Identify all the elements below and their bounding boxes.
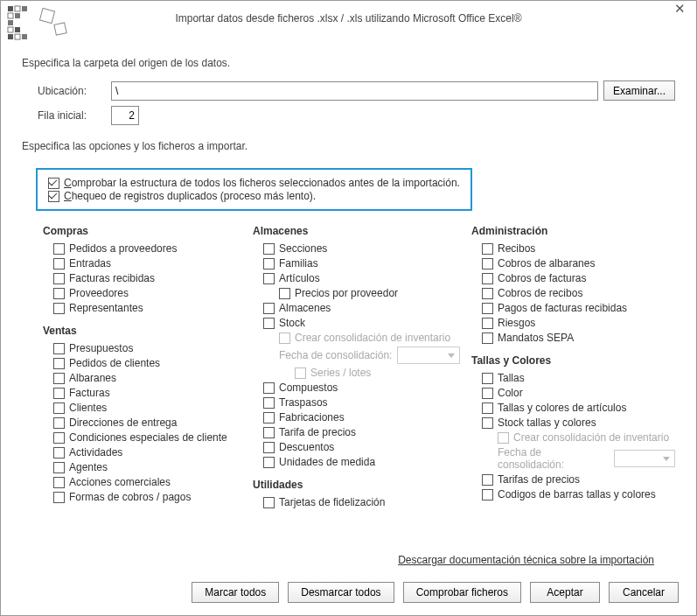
- section-source-label: Especifica la carpeta del origen de los …: [22, 57, 675, 69]
- startrow-input[interactable]: [111, 106, 139, 125]
- checkbox[interactable]: [482, 489, 493, 500]
- item-label: Formas de cobros / pagos: [69, 491, 191, 503]
- item-row: Representantes: [46, 302, 256, 314]
- checkbox[interactable]: [263, 442, 275, 453]
- item-row: Tallas y colores de artículos: [475, 402, 675, 414]
- browse-button[interactable]: Examinar...: [603, 80, 675, 101]
- date-combo-disabled: [614, 450, 675, 467]
- item-label: Albaranes: [69, 372, 116, 384]
- svg-rect-10: [22, 34, 27, 39]
- accept-button[interactable]: Aceptar: [530, 582, 600, 603]
- checkbox[interactable]: [53, 462, 65, 473]
- checkbox[interactable]: [53, 288, 65, 299]
- svg-rect-0: [8, 6, 13, 11]
- checkbox[interactable]: [482, 288, 493, 299]
- close-icon[interactable]: ✕: [666, 1, 693, 18]
- checkbox[interactable]: [263, 303, 275, 314]
- item-row: Mandatos SEPA: [475, 332, 675, 344]
- checkbox[interactable]: [482, 258, 493, 270]
- checkbox[interactable]: [482, 243, 493, 255]
- checkbox[interactable]: [482, 417, 493, 429]
- checkbox[interactable]: [53, 447, 65, 458]
- svg-rect-6: [8, 27, 13, 32]
- checkbox[interactable]: [482, 273, 493, 284]
- item-label-disabled: Crear consolidación de inventario: [295, 332, 450, 344]
- opt-check-duplicates: Chequeo de registros duplicados (proceso…: [48, 190, 460, 202]
- item-row: Cobros de recibos: [475, 287, 675, 299]
- checkbox[interactable]: [482, 402, 493, 414]
- check-files-button[interactable]: Comprobar ficheros: [403, 582, 521, 603]
- item-label: Riesgos: [498, 317, 535, 329]
- checkbox[interactable]: [53, 373, 65, 384]
- checkbox[interactable]: [263, 318, 275, 329]
- item-label: Almacenes: [279, 302, 331, 314]
- checkbox[interactable]: [482, 388, 493, 399]
- cat-ventas-header: Ventas: [43, 325, 256, 337]
- categories-columns: Compras Pedidos a proveedores Entradas F…: [22, 221, 675, 547]
- checkbox[interactable]: [482, 332, 493, 344]
- checkbox[interactable]: [482, 303, 493, 314]
- checkbox[interactable]: [482, 373, 493, 384]
- cat-tallas-header: Tallas y Colores: [471, 354, 675, 367]
- date-combo-disabled: [397, 346, 460, 364]
- item-label: Tarifas de precios: [498, 473, 580, 486]
- svg-rect-11: [39, 8, 54, 23]
- checkbox[interactable]: [53, 358, 65, 369]
- checkbox[interactable]: [263, 412, 275, 424]
- item-row-nested: Fecha de consolidación:: [256, 346, 475, 364]
- item-label: Cobros de facturas: [498, 272, 586, 284]
- item-label: Traspasos: [279, 396, 328, 409]
- cancel-button[interactable]: Cancelar: [609, 582, 679, 603]
- checkbox[interactable]: [53, 303, 65, 314]
- checkbox[interactable]: [263, 497, 275, 508]
- checkbox[interactable]: [482, 474, 493, 486]
- item-label: Entradas: [69, 257, 111, 270]
- checkbox[interactable]: [53, 258, 65, 270]
- item-row: Almacenes: [256, 302, 475, 314]
- cat-compras-header: Compras: [43, 225, 256, 237]
- checkbox[interactable]: [263, 258, 275, 270]
- checkbox[interactable]: [263, 397, 275, 409]
- item-label: Tarjetas de fidelización: [279, 496, 385, 508]
- section-options-label: Especifica las opciones y los ficheros a…: [22, 140, 675, 152]
- checkbox[interactable]: [263, 427, 275, 438]
- checkbox[interactable]: [263, 457, 275, 468]
- item-label: Direcciones de entrega: [69, 416, 177, 429]
- item-row: Acciones comerciales: [46, 476, 256, 488]
- mark-all-button[interactable]: Marcar todos: [192, 582, 279, 603]
- item-row: Facturas recibidas: [46, 272, 256, 284]
- unmark-all-button[interactable]: Desmarcar todos: [288, 582, 394, 603]
- checkbox[interactable]: [53, 273, 65, 284]
- item-label: Color: [498, 387, 523, 399]
- checkbox[interactable]: [53, 492, 65, 503]
- checkbox[interactable]: [53, 432, 65, 444]
- checkbox-check-structure[interactable]: [48, 178, 59, 189]
- col-1: Compras Pedidos a proveedores Entradas F…: [46, 221, 256, 547]
- svg-rect-2: [22, 6, 27, 11]
- checkbox[interactable]: [53, 388, 65, 399]
- item-row: Traspasos: [256, 396, 475, 409]
- checkbox[interactable]: [53, 477, 65, 488]
- checkbox-disabled: [279, 332, 290, 344]
- item-row: Facturas: [46, 387, 256, 399]
- checkbox[interactable]: [53, 243, 65, 255]
- checkbox[interactable]: [263, 243, 275, 255]
- checkbox[interactable]: [279, 288, 290, 299]
- item-label: Stock tallas y colores: [498, 416, 596, 429]
- checkbox[interactable]: [263, 273, 275, 284]
- checkbox[interactable]: [263, 382, 275, 394]
- path-input[interactable]: [111, 81, 598, 101]
- item-label: Clientes: [69, 402, 107, 414]
- item-row: Cobros de facturas: [475, 272, 675, 284]
- checkbox[interactable]: [53, 402, 65, 414]
- item-label: Facturas: [69, 387, 110, 399]
- doc-link[interactable]: Descargar documentación técnica sobre la…: [398, 554, 654, 566]
- checkbox[interactable]: [53, 417, 65, 429]
- item-label: Agentes: [69, 461, 108, 473]
- checkbox-check-duplicates[interactable]: [48, 191, 59, 202]
- checkbox[interactable]: [482, 318, 493, 329]
- item-row: Pagos de facturas recibidas: [475, 302, 675, 314]
- item-label: Cobros de recibos: [498, 287, 582, 299]
- import-dialog: Importar datos desde ficheros .xlsx / .x…: [0, 0, 697, 616]
- checkbox[interactable]: [53, 343, 65, 354]
